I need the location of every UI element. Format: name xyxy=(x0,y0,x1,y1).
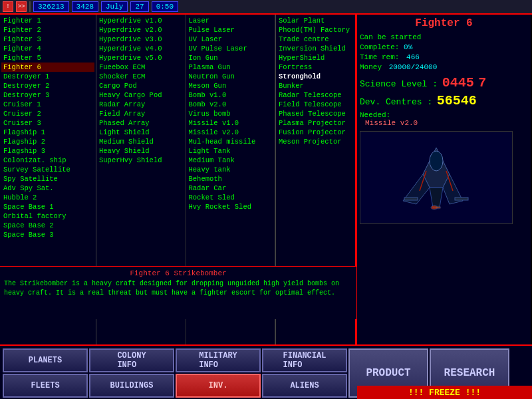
tech-item[interactable]: Hyperdrive v2.0 xyxy=(98,25,184,35)
tech-item[interactable]: Bomb v1.0 xyxy=(188,90,274,100)
ship-list-item[interactable]: Fighter 5 xyxy=(1,53,94,63)
tech-item[interactable]: Medium Tank xyxy=(188,156,274,165)
tech-item[interactable]: Behemoth xyxy=(188,174,274,184)
ship-list-item[interactable]: Destroyer 2 xyxy=(1,81,94,90)
tech-item[interactable]: Fueebox ECM xyxy=(98,63,184,72)
tech-item[interactable]: Cargo Pod xyxy=(98,81,184,90)
aliens-button[interactable]: ALIENS xyxy=(262,374,347,398)
ship-list-item[interactable]: Spy Satellite xyxy=(1,174,94,184)
inv-button[interactable]: INV. xyxy=(176,374,261,398)
ship-list-item[interactable]: Cruiser 3 xyxy=(1,118,94,128)
alert-btn[interactable]: ! xyxy=(3,1,13,12)
tech-item[interactable]: Medium Shield xyxy=(98,137,184,146)
tech-item[interactable]: Fortress xyxy=(277,63,354,72)
tech-item[interactable]: Plasma Gun xyxy=(188,63,274,72)
ship-list-item[interactable]: Fighter 2 xyxy=(1,25,94,35)
tech-item[interactable]: Light Shield xyxy=(98,128,184,137)
tech-item[interactable]: Pulse Laser xyxy=(188,25,274,35)
needed-label: Needed: xyxy=(360,111,390,119)
ship-list-item[interactable]: Flagship 3 xyxy=(1,146,94,156)
tech-item[interactable]: HyperShield xyxy=(277,53,354,63)
ship-list-item[interactable]: Space Base 2 xyxy=(1,221,94,230)
forward-btn[interactable]: >> xyxy=(16,1,27,12)
status-line: Can be started xyxy=(360,33,528,41)
tech-item[interactable]: Hyperdrive v5.0 xyxy=(98,53,184,63)
tech-item[interactable]: Rocket Sled xyxy=(188,193,274,202)
tech-item[interactable]: Bomb v2.0 xyxy=(188,100,274,109)
planets-button[interactable]: PLANETS xyxy=(3,348,88,372)
production-display: 3428 xyxy=(72,1,98,12)
ship-list-item[interactable]: Flagship 1 xyxy=(1,128,94,137)
tech-item[interactable]: Mul-head missile xyxy=(188,137,274,146)
tech-item[interactable]: Ion Gun xyxy=(188,53,274,63)
tech-col-3: Solar PlantPhood(TM) FactoryTrade centre… xyxy=(276,15,356,374)
ship-list-item[interactable]: Space Base 3 xyxy=(1,230,94,239)
ship-list-item[interactable]: Fighter 3 xyxy=(1,35,94,44)
tech-item[interactable]: Trade centre xyxy=(277,35,354,44)
colony-info-button[interactable]: COLONY INFO xyxy=(89,348,174,372)
ship-list-item[interactable]: Space Base 1 xyxy=(1,202,94,211)
ship-list-item[interactable]: Flagship 2 xyxy=(1,137,94,146)
tech-item[interactable]: Phased Array xyxy=(98,118,184,128)
tech-item[interactable]: Radar Array xyxy=(98,100,184,109)
tech-item[interactable]: Phased Telescope xyxy=(277,109,354,118)
fleets-button[interactable]: FLEETS xyxy=(3,374,88,398)
tech-item[interactable]: Inversion Shield xyxy=(277,44,354,53)
ship-list-item[interactable]: Cruiser 2 xyxy=(1,109,94,118)
ship-list: Fighter 1Fighter 2Fighter 3Fighter 4Figh… xyxy=(0,15,96,374)
tech-item[interactable]: Neutron Gun xyxy=(188,72,274,81)
ship-list-item[interactable]: Fighter 6 xyxy=(1,63,94,72)
tech-item[interactable]: Hyperdrive v3.0 xyxy=(98,35,184,44)
tech-item[interactable]: Meson Projector xyxy=(277,137,354,146)
money-value: 20000/24000 xyxy=(389,63,438,71)
ship-list-item[interactable]: Survey Satellite xyxy=(1,165,94,174)
tech-item[interactable]: Heavy tank xyxy=(188,165,274,174)
ship-list-item[interactable]: Colonizat. ship xyxy=(1,156,94,165)
ship-list-item[interactable]: Fighter 4 xyxy=(1,44,94,53)
tech-item[interactable]: Heavy Shield xyxy=(98,146,184,156)
ship-list-item[interactable]: Hubble 2 xyxy=(1,193,94,202)
tech-item[interactable]: Solar Plant xyxy=(277,16,354,25)
freeze-indicator: !!! FREEZE !!! xyxy=(357,386,532,399)
dev-value: 56546 xyxy=(437,93,477,108)
ship-list-item[interactable]: Adv Spy Sat. xyxy=(1,184,94,193)
ship-list-item[interactable]: Fighter 1 xyxy=(1,16,94,25)
tech-item[interactable]: UV Pulse Laser xyxy=(188,44,274,53)
tech-item[interactable]: Field Telescope xyxy=(277,100,354,109)
tech-item[interactable]: Radar Car xyxy=(188,184,274,193)
financial-info-button[interactable]: FINANCIAL INFO xyxy=(262,348,347,372)
tech-item[interactable]: Radar Telescope xyxy=(277,90,354,100)
tech-item[interactable]: Shocker ECM xyxy=(98,72,184,81)
ship-list-item[interactable]: Destroyer 3 xyxy=(1,90,94,100)
tech-item[interactable]: Virus bomb xyxy=(188,109,274,118)
tech-item[interactable]: Stronghold xyxy=(277,72,354,81)
tech-item[interactable]: Hyperdrive v1.0 xyxy=(98,16,184,25)
buildings-button[interactable]: BUILDINGS xyxy=(89,374,174,398)
science-label: Science Level : xyxy=(360,79,438,89)
tech-item[interactable]: SuperHvy Shield xyxy=(98,156,184,165)
tech-item[interactable]: Bunker xyxy=(277,81,354,90)
ship-list-item[interactable]: Cruiser 1 xyxy=(1,100,94,109)
tech-item[interactable]: Phood(TM) Factory xyxy=(277,25,354,35)
tech-item[interactable]: Field Array xyxy=(98,109,184,118)
svg-point-6 xyxy=(436,206,441,209)
tech-item[interactable]: Missile v2.0 xyxy=(188,128,274,137)
description-area: Fighter 6 Strikebomber The Strikebomber … xyxy=(0,266,357,319)
svg-rect-8 xyxy=(455,198,468,200)
ship-list-item[interactable]: Orbital factory xyxy=(1,211,94,221)
tech-item[interactable]: Light Tank xyxy=(188,146,274,156)
tech-item[interactable]: Missile v1.0 xyxy=(188,118,274,128)
tech-item[interactable]: Hyperdrive v4.0 xyxy=(98,44,184,53)
needed-item: Missile v2.0 xyxy=(365,119,418,127)
tech-item[interactable]: UV Laser xyxy=(188,35,274,44)
tech-item[interactable]: Heavy Cargo Pod xyxy=(98,90,184,100)
tech-item[interactable]: Hvy Rocket Sled xyxy=(188,202,274,211)
ship-image xyxy=(360,131,513,224)
ship-list-item[interactable]: Destroyer 1 xyxy=(1,72,94,81)
tech-item[interactable]: Laser xyxy=(188,16,274,25)
tech-item[interactable]: Plasma Projector xyxy=(277,118,354,128)
tech-item[interactable]: Meson Gun xyxy=(188,81,274,90)
tech-col-1: Hyperdrive v1.0Hyperdrive v2.0Hyperdrive… xyxy=(96,15,186,374)
tech-item[interactable]: Fusion Projector xyxy=(277,128,354,137)
military-info-button[interactable]: MILITARY INFO xyxy=(176,348,261,372)
